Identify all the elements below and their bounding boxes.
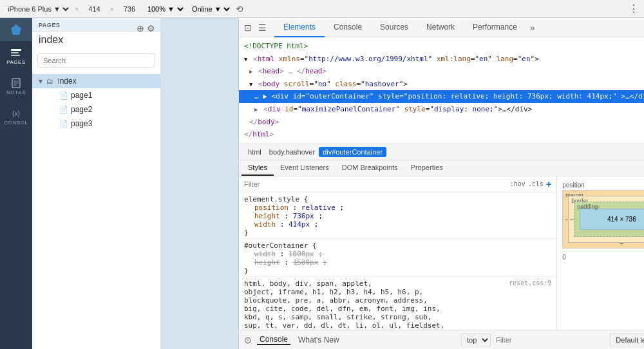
page-name-index: index xyxy=(58,77,77,86)
doctype-text: <!DOCTYPE html> xyxy=(244,42,308,50)
breadcrumb: html body.hashover div#outerContainer xyxy=(239,144,644,160)
width-input[interactable] xyxy=(82,5,106,13)
network-select[interactable]: Online ▼ xyxy=(189,5,232,14)
html-line-html-close: </html> xyxy=(239,128,644,141)
folder-icon: 🗂 xyxy=(46,77,55,85)
html-line-outer-container[interactable]: … ▶ <div id="outerContainer" style="posi… xyxy=(239,90,644,103)
bottom-tab-console[interactable]: Console xyxy=(257,335,290,345)
html-line-head[interactable]: ▶ <head> … </head> xyxy=(239,65,644,78)
bottom-tab-whats-new[interactable]: What's New xyxy=(296,335,342,344)
html-line-body[interactable]: ▼ <body scroll="no" class="hashover"> xyxy=(239,78,644,91)
css-prop-position: position : relative ; xyxy=(244,203,551,212)
tab-elements[interactable]: Elements xyxy=(274,18,325,37)
filter-hov[interactable]: :hov xyxy=(510,180,526,187)
css-rule-element-style: element.style { position : relative ; he… xyxy=(239,193,556,239)
pages-label: PAGES xyxy=(6,59,25,65)
styles-tab-dom-breakpoints[interactable]: DOM Breakpoints xyxy=(336,160,404,176)
rotate-icon[interactable]: ⟲ xyxy=(236,4,243,14)
top-frame-select[interactable]: top xyxy=(461,334,491,346)
styles-tab-styles[interactable]: Styles xyxy=(242,160,274,176)
html-line-maximize[interactable]: ▶ <div id="maximizePanelContainer" style… xyxy=(239,103,644,116)
devtools-panel: ⊡ ☰ Elements Console Sources Network Per… xyxy=(238,18,644,349)
tree-children: 📄 page1 📄 page2 📄 page3 xyxy=(32,88,160,131)
svg-marker-0 xyxy=(11,24,21,35)
bottom-filter-input[interactable] xyxy=(496,336,605,344)
head-triangle[interactable]: ▶ xyxy=(249,68,252,75)
sidebar-item-console[interactable]: {x} CONSOL xyxy=(0,102,32,132)
styles-tab-event-listeners[interactable]: Event Listeners xyxy=(274,160,336,176)
box-model-panel: position 0 margin – – – border – – paddi… xyxy=(557,176,644,330)
css-rule-reset: html, body, div, span, applet, reset.css… xyxy=(239,277,556,330)
bottom-bar: ⊙ Console What's New top Default levels … xyxy=(239,330,644,349)
notes-icon xyxy=(10,78,23,88)
css-selector-outer: #outerContainer { xyxy=(244,241,551,250)
position-row: position 0 xyxy=(562,182,644,189)
pages-main-title: index xyxy=(32,32,160,50)
padding-section-label: padding- xyxy=(577,203,600,210)
pages-settings-button[interactable]: ⚙ xyxy=(147,23,155,33)
devtools-icon1-button[interactable]: ⊡ xyxy=(242,21,254,34)
pages-search-input[interactable] xyxy=(37,53,155,68)
css-source-link[interactable]: reset.css:9 xyxy=(509,279,551,287)
css-selector-reset-line6: sup, tt, var, dd, dl, dt, li, ol, ul, fi… xyxy=(244,321,551,330)
tab-console[interactable]: Console xyxy=(325,18,371,37)
main-area: PAGES NOTES {x} xyxy=(0,18,644,349)
more-options-icon[interactable]: ⋮ xyxy=(629,3,639,15)
phone-inner: PAGES NOTES {x} xyxy=(0,18,238,349)
breadcrumb-body[interactable]: body.hashover xyxy=(265,147,319,157)
page-name-page1: page1 xyxy=(71,91,92,100)
breadcrumb-outer-container[interactable]: div#outerContainer xyxy=(319,147,386,157)
default-levels-select[interactable]: Default levels ▼ xyxy=(610,334,644,346)
filter-add-icon[interactable]: + xyxy=(546,179,551,189)
pages-actions: ⊕ ⚙ xyxy=(137,23,155,33)
tree-item-page3[interactable]: 📄 page3 xyxy=(45,117,160,131)
devtools-more-tabs-icon[interactable]: » xyxy=(527,23,538,33)
breadcrumb-html[interactable]: html xyxy=(244,147,265,157)
sidebar-item-pages[interactable]: PAGES xyxy=(0,41,32,71)
tab-performance[interactable]: Performance xyxy=(464,18,526,37)
styles-tab-properties[interactable]: Properties xyxy=(404,160,450,176)
filter-bar: :hov .cls + xyxy=(239,176,556,193)
pages-tree: ▼ 🗂 index 📄 page1 📄 page2 xyxy=(32,71,160,133)
styles-tab-bar: Styles Event Listeners DOM Breakpoints P… xyxy=(239,160,644,176)
css-selector-reset-line5: kbd, q, s, samp, small, strike, strong, … xyxy=(244,313,551,321)
css-rule-outer-container: #outerContainer { width : 1000px ; heigh… xyxy=(239,239,556,277)
box-model-content: 414 × 736 xyxy=(580,209,644,230)
css-prop-height: height : 736px ; xyxy=(244,212,551,220)
body-triangle[interactable]: ▼ xyxy=(249,81,252,88)
tab-sources[interactable]: Sources xyxy=(371,18,417,37)
pages-add-button[interactable]: ⊕ xyxy=(137,23,144,33)
x-separator: × xyxy=(109,5,113,13)
height-input[interactable] xyxy=(118,5,141,13)
tree-item-page1[interactable]: 📄 page1 xyxy=(45,88,160,102)
html-triangle[interactable]: ▼ xyxy=(244,56,247,62)
maximize-triangle[interactable]: ▶ xyxy=(254,106,258,113)
sidebar-item-notes[interactable]: NOTES xyxy=(0,71,32,102)
page-name-page2: page2 xyxy=(71,105,92,114)
page1-icon: 📄 xyxy=(59,91,68,100)
css-close-brace-2: } xyxy=(244,267,551,275)
notes-icon-svg xyxy=(11,78,21,88)
page2-icon: 📄 xyxy=(59,106,68,114)
bottom-stop-icon[interactable]: ⊙ xyxy=(244,335,252,345)
tree-item-page2[interactable]: 📄 page2 xyxy=(45,102,160,117)
css-prop-height-outer: height : 1500px ; xyxy=(244,258,551,267)
filter-input[interactable] xyxy=(244,180,507,188)
css-selector-element-style: element.style { xyxy=(244,195,551,203)
css-panel[interactable]: :hov .cls + element.style { position : r… xyxy=(239,176,557,330)
tree-item-index[interactable]: ▼ 🗂 index xyxy=(32,74,160,88)
pages-section-title: PAGES xyxy=(39,22,60,28)
top-toolbar: iPhone 6 Plus ▼ × × 100% ▼ Online ▼ ⟲ ⋮ xyxy=(0,0,644,18)
devtools-icon2-button[interactable]: ☰ xyxy=(256,21,269,34)
wix-logo-area[interactable] xyxy=(0,18,32,41)
filter-cls[interactable]: .cls xyxy=(528,180,544,187)
margin-bottom: – xyxy=(620,240,624,247)
zoom-select[interactable]: 100% ▼ xyxy=(145,5,185,14)
device-select[interactable]: iPhone 6 Plus ▼ xyxy=(5,5,71,14)
svg-rect-2 xyxy=(11,52,19,53)
tab-network[interactable]: Network xyxy=(417,18,464,37)
html-source-view: <!DOCTYPE html> ▼ <html xmlns="http://ww… xyxy=(239,37,644,144)
console-icon: {x} xyxy=(10,108,23,118)
phone-area: PAGES NOTES {x} xyxy=(0,18,238,349)
page-name-page3: page3 xyxy=(71,119,92,128)
